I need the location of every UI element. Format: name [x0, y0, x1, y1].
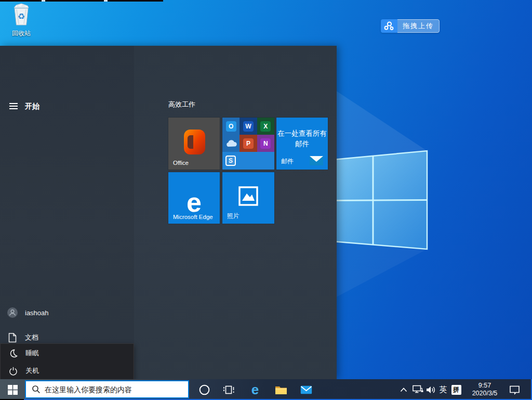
- mail-envelope-icon: [310, 156, 323, 165]
- search-icon: [32, 385, 41, 394]
- onenote-icon: N: [260, 138, 271, 149]
- recycle-bin-desktop-icon[interactable]: ♻ 回收站: [6, 3, 36, 38]
- netdisk-logo-icon: [381, 19, 397, 33]
- edge-tile-label: Microsoft Edge: [173, 214, 213, 220]
- excel-mini-tile[interactable]: X: [257, 118, 274, 135]
- shutdown-power-icon: [8, 367, 18, 376]
- taskbar-search-box[interactable]: [25, 380, 189, 398]
- user-name: iashoah: [25, 309, 49, 317]
- tile-microsoft-edge[interactable]: e Microsoft Edge: [168, 172, 220, 224]
- onedrive-mini-tile[interactable]: [222, 135, 240, 152]
- outlook-icon: O: [226, 121, 236, 132]
- sleep-menu-item[interactable]: 睡眠: [1, 345, 134, 362]
- sleep-moon-icon: [8, 349, 18, 358]
- screen: ♻ 回收站 拖拽上传 开始 高效工作: [0, 0, 532, 400]
- edge-icon: e: [251, 383, 259, 396]
- folder-icon: [275, 385, 287, 395]
- sleep-label: 睡眠: [25, 349, 39, 358]
- mail-tile-line1: 在一处查看所有: [276, 128, 328, 139]
- tile-office[interactable]: Office: [168, 118, 220, 170]
- language-label: 英: [440, 385, 447, 395]
- user-avatar: [7, 307, 18, 318]
- start-button[interactable]: [2, 379, 23, 400]
- start-menu: 开始 高效工作 Office O W: [0, 46, 337, 379]
- outlook-mini-tile[interactable]: O: [222, 118, 240, 135]
- photos-icon: [238, 186, 259, 207]
- network-icon: [413, 385, 423, 394]
- skype-mini-tile[interactable]: S: [222, 152, 274, 170]
- task-view-icon: [223, 385, 234, 395]
- ime-pinyin-icon: 拼: [451, 385, 461, 395]
- volume-icon: [426, 385, 436, 394]
- mail-tile-label: 邮件: [281, 157, 294, 166]
- action-center-button[interactable]: [506, 379, 523, 400]
- shutdown-label: 关机: [25, 366, 39, 376]
- network-tray-button[interactable]: [410, 379, 425, 400]
- drag-upload-label: 拖拽上传: [397, 19, 440, 33]
- recycle-bin-icon: ♻: [10, 3, 33, 27]
- photos-tile-label: 照片: [227, 212, 239, 220]
- onedrive-cloud-icon: [225, 139, 237, 148]
- hamburger-icon: [9, 101, 18, 111]
- cortana-button[interactable]: [195, 379, 213, 400]
- top-edge-tick: [104, 0, 108, 2]
- word-mini-tile[interactable]: W: [240, 118, 257, 135]
- document-icon: [7, 333, 18, 343]
- skype-icon: S: [225, 156, 236, 166]
- tile-office-label: Office: [173, 160, 189, 166]
- mail-icon: [300, 385, 312, 394]
- word-icon: W: [243, 121, 254, 132]
- powerpoint-icon: P: [243, 138, 254, 149]
- language-indicator[interactable]: 英: [436, 379, 450, 400]
- edge-logo-icon: e: [187, 192, 202, 213]
- start-menu-title: 开始: [25, 102, 39, 111]
- drag-upload-widget[interactable]: 拖拽上传: [381, 19, 440, 33]
- recycle-bin-label: 回收站: [6, 29, 36, 38]
- task-view-button[interactable]: [220, 379, 237, 400]
- tile-office-apps-group[interactable]: O W X P N S: [222, 118, 274, 170]
- cortana-icon: [199, 384, 210, 395]
- tray-expand-button[interactable]: [397, 379, 410, 400]
- tile-photos[interactable]: 照片: [222, 172, 274, 224]
- top-edge-artifact: [0, 0, 163, 2]
- action-center-icon: [509, 385, 520, 395]
- file-explorer-button[interactable]: [272, 379, 290, 400]
- tile-group-title[interactable]: 高效工作: [168, 100, 195, 109]
- office-logo-icon: [183, 129, 206, 155]
- edge-taskbar-button[interactable]: e: [246, 379, 264, 400]
- clock-time: 9:57: [478, 382, 491, 390]
- mail-taskbar-button[interactable]: [297, 379, 315, 400]
- powerpoint-mini-tile[interactable]: P: [240, 135, 257, 152]
- shutdown-menu-item[interactable]: 关机: [1, 363, 134, 379]
- user-button[interactable]: iashoah: [0, 304, 134, 321]
- documents-label: 文档: [25, 333, 38, 342]
- search-input[interactable]: [45, 385, 188, 394]
- taskbar-clock[interactable]: 9:57 2020/3/5: [466, 379, 503, 400]
- mail-tile-line2: 邮件: [276, 139, 328, 149]
- excel-icon: X: [260, 121, 271, 132]
- taskbar: e: [0, 379, 532, 400]
- chevron-up-icon: [400, 388, 407, 392]
- start-menu-expand-button[interactable]: [5, 98, 22, 114]
- mail-tile-text: 在一处查看所有 邮件: [276, 128, 328, 149]
- top-edge-tick: [42, 0, 45, 2]
- tile-mail[interactable]: 在一处查看所有 邮件 邮件: [276, 118, 328, 170]
- onenote-mini-tile[interactable]: N: [257, 135, 274, 152]
- svg-text:♻: ♻: [18, 12, 25, 21]
- ime-indicator[interactable]: 拼: [449, 379, 463, 400]
- clock-date: 2020/3/5: [472, 390, 498, 397]
- windows-logo-icon: [8, 385, 18, 395]
